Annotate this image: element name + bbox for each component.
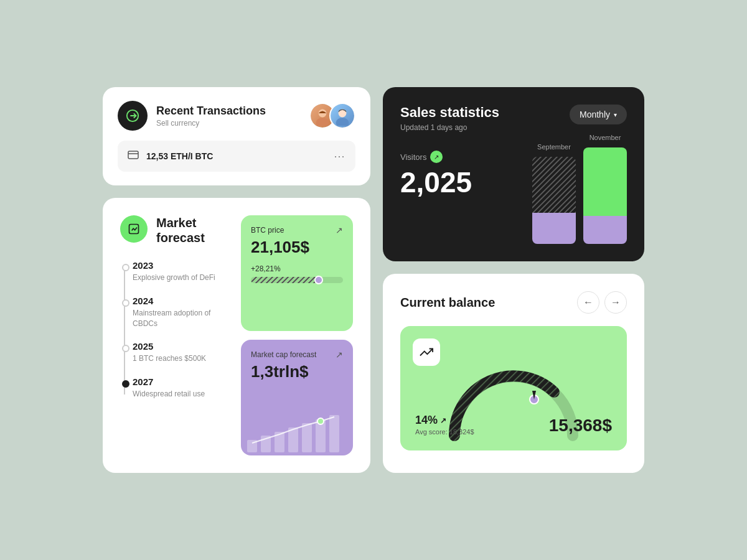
sales-title-group: Sales statistics Updated 1 days ago (400, 105, 499, 132)
monthly-label: Monthly (580, 110, 610, 119)
bar-group-sep: September (532, 143, 576, 244)
monthly-filter-dropdown[interactable]: Monthly ▾ (570, 105, 627, 124)
sales-statistics-card: Sales statistics Updated 1 days ago Mont… (383, 87, 644, 261)
btc-price: 21,105$ (251, 238, 343, 257)
timeline-desc-2025: 1 BTC reaches $500K (133, 353, 226, 364)
timeline-item-2027: 2027 Widespread retail use (133, 376, 226, 399)
svg-rect-13 (302, 423, 312, 452)
market-forecast-card: Market forecast 2023 Explosive growth of… (103, 198, 370, 473)
sales-subtitle: Updated 1 days ago (400, 123, 499, 132)
transactions-header: Recent Transactions Sell currency (118, 101, 355, 131)
tx-row-left: 12,53 ETH/I BTC (128, 151, 213, 162)
timeline-year-2024: 2024 (133, 296, 226, 306)
bar-nov-bar (583, 147, 627, 244)
timeline-item-2023: 2023 Explosive growth of DeFi (133, 260, 226, 283)
user-avatars (309, 103, 355, 129)
balance-amount: 15,368$ (549, 416, 612, 436)
marketcap-header: Market cap forecast ↗ (251, 350, 343, 360)
sales-title: Sales statistics (400, 105, 499, 121)
dashboard: Sales statistics Updated 1 days ago Mont… (84, 68, 663, 492)
transaction-value: 12,53 ETH/I BTC (146, 151, 213, 161)
marketcap-card: Market cap forecast ↗ 1,3trln$ (241, 340, 353, 455)
next-button[interactable]: → (604, 291, 627, 314)
timeline-desc-2024: Mainstream adoption of CBDCs (133, 308, 226, 329)
timeline-dot-2023 (122, 264, 129, 271)
bar-sep-bottom (532, 213, 576, 244)
bar-sep-top (532, 157, 576, 213)
btc-change: +28,21% (251, 264, 343, 273)
bar-sep-label: September (537, 143, 571, 151)
transactions-title: Recent Transactions (156, 105, 301, 118)
btc-card-header: BTC price ↗ (251, 225, 343, 235)
btc-external-icon[interactable]: ↗ (336, 225, 343, 235)
timeline-line (124, 265, 125, 394)
percent-arrow-icon: ↗ (440, 416, 446, 425)
timeline-desc-2027: Widespread retail use (133, 389, 226, 399)
bar-nov-bottom (583, 216, 627, 244)
timeline-desc-2023: Explosive growth of DeFi (133, 273, 226, 283)
timeline-item-2025: 2025 1 BTC reaches $500K (133, 341, 226, 364)
more-options-icon[interactable]: ⋯ (334, 149, 345, 163)
bar-nov-label: November (590, 134, 621, 141)
market-header: Market forecast (120, 215, 226, 245)
nav-buttons: ← → (577, 291, 627, 314)
sales-header: Sales statistics Updated 1 days ago Mont… (400, 105, 627, 132)
bar-chart: September November (532, 134, 627, 244)
right-column: Recent Transactions Sell currency (103, 87, 370, 473)
timeline-year-2027: 2027 (133, 376, 226, 387)
timeline-year-2025: 2025 (133, 341, 226, 352)
timeline-dot-2025 (122, 345, 129, 352)
avatar-male (329, 103, 355, 129)
avatar-male-img (331, 104, 354, 128)
transactions-card: Recent Transactions Sell currency (103, 87, 370, 185)
balance-header: Current balance ← → (400, 291, 627, 314)
visitors-label: Visitors (400, 152, 426, 162)
marketcap-chart (241, 406, 353, 455)
timeline-dot-2027 (122, 380, 129, 388)
market-timeline: 2023 Explosive growth of DeFi 2024 Mains… (120, 260, 226, 399)
svg-rect-15 (329, 415, 339, 452)
btc-progress-fill (251, 277, 320, 283)
balance-avg: Avg score: 18,324$ (415, 428, 474, 436)
marketcap-external-icon[interactable]: ↗ (336, 350, 343, 360)
market-right: BTC price ↗ 21,105$ +28,21% Market cap f… (241, 215, 353, 455)
timeline-dot-2024 (122, 299, 129, 307)
marketcap-label: Market cap forecast (251, 350, 316, 359)
market-left: Market forecast 2023 Explosive growth of… (120, 215, 226, 455)
market-icon (120, 215, 148, 243)
balance-display: 14% ↗ Avg score: 18,324$ 15,368$ (400, 326, 627, 450)
svg-rect-6 (128, 151, 138, 159)
balance-title: Current balance (400, 296, 495, 310)
current-balance-card: Current balance ← → (383, 274, 644, 473)
svg-point-1 (316, 118, 329, 126)
svg-point-4 (336, 118, 349, 126)
btc-label: BTC price (251, 226, 284, 235)
timeline-item-2024: 2024 Mainstream adoption of CBDCs (133, 296, 226, 329)
transactions-subtitle: Sell currency (156, 119, 301, 128)
timeline-year-2023: 2023 (133, 260, 226, 271)
chevron-down-icon: ▾ (614, 111, 617, 118)
balance-amount-row: 14% ↗ Avg score: 18,324$ (415, 414, 474, 436)
transaction-row[interactable]: 12,53 ETH/I BTC ⋯ (118, 141, 355, 172)
btc-progress-dot (314, 276, 323, 284)
bar-sep-bar (532, 157, 576, 244)
balance-icon (413, 338, 440, 366)
btc-progress-bar (251, 277, 343, 283)
prev-button[interactable]: ← (577, 291, 599, 314)
market-title: Market forecast (156, 215, 205, 245)
svg-point-16 (317, 418, 324, 424)
visitors-trend-icon: ↗ (430, 151, 443, 163)
bar-nov-top (583, 147, 627, 216)
transactions-icon (118, 101, 148, 131)
marketcap-value: 1,3trln$ (251, 362, 343, 381)
btc-price-card: BTC price ↗ 21,105$ +28,21% (241, 215, 353, 331)
bar-group-nov: November (583, 134, 627, 244)
transactions-title-group: Recent Transactions Sell currency (156, 105, 301, 128)
balance-percent: 14% ↗ (415, 414, 474, 427)
card-icon (128, 151, 139, 162)
